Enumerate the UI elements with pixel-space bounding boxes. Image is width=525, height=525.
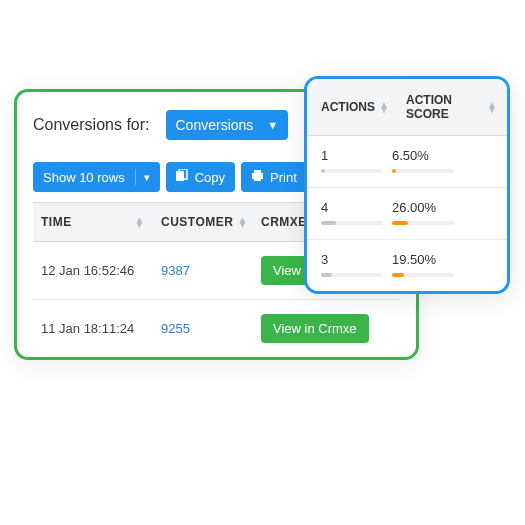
header-label: Conversions for: — [33, 116, 150, 134]
svg-rect-3 — [254, 170, 261, 173]
score-value: 6.50% — [392, 148, 493, 163]
table-row: 11 Jan 18:11:24 9255 View in Crmxe — [33, 300, 400, 357]
conversions-dropdown[interactable]: Conversions ▼ — [166, 110, 289, 140]
side-header: ACTIONS ▲▼ ACTION SCORE ▲▼ — [307, 79, 507, 136]
actions-value: 4 — [321, 200, 392, 215]
sort-icon: ▲▼ — [237, 217, 247, 227]
col-actions[interactable]: ACTIONS ▲▼ — [307, 79, 392, 135]
sort-icon: ▲▼ — [379, 102, 389, 112]
chevron-down-icon: ▼ — [267, 119, 278, 131]
score-value: 26.00% — [392, 200, 493, 215]
show-rows-button[interactable]: Show 10 rows ▾ — [33, 162, 160, 192]
col-action-score[interactable]: ACTION SCORE ▲▼ — [392, 79, 507, 135]
print-label: Print — [270, 170, 297, 185]
actions-panel: ACTIONS ▲▼ ACTION SCORE ▲▼ 1 6.50% 4 26.… — [304, 76, 510, 294]
view-crmxe-button[interactable]: View in Crmxe — [261, 314, 369, 343]
print-button[interactable]: Print — [241, 162, 307, 192]
actions-bar — [321, 169, 383, 173]
actions-value: 3 — [321, 252, 392, 267]
cell-time: 12 Jan 16:52:46 — [33, 249, 153, 292]
score-bar — [392, 273, 454, 277]
score-bar — [392, 169, 454, 173]
score-value: 19.50% — [392, 252, 493, 267]
dropdown-value: Conversions — [176, 117, 254, 133]
copy-icon — [176, 169, 189, 185]
print-icon — [251, 169, 264, 185]
col-time[interactable]: TIME ▲▼ — [33, 203, 153, 241]
actions-bar — [321, 273, 383, 277]
cell-time: 11 Jan 18:11:24 — [33, 307, 153, 350]
side-row: 1 6.50% — [307, 136, 507, 188]
copy-button[interactable]: Copy — [166, 162, 235, 192]
sort-icon: ▲▼ — [135, 217, 145, 227]
sort-icon: ▲▼ — [487, 102, 497, 112]
show-rows-label: Show 10 rows — [43, 170, 125, 185]
caret-down-icon: ▾ — [144, 171, 150, 184]
copy-label: Copy — [195, 170, 225, 185]
svg-rect-4 — [254, 178, 261, 181]
col-customer[interactable]: CUSTOMER ▲▼ — [153, 203, 253, 241]
actions-bar — [321, 221, 383, 225]
side-row: 3 19.50% — [307, 240, 507, 291]
side-row: 4 26.00% — [307, 188, 507, 240]
actions-value: 1 — [321, 148, 392, 163]
score-bar — [392, 221, 454, 225]
customer-link[interactable]: 9387 — [161, 263, 190, 278]
customer-link[interactable]: 9255 — [161, 321, 190, 336]
